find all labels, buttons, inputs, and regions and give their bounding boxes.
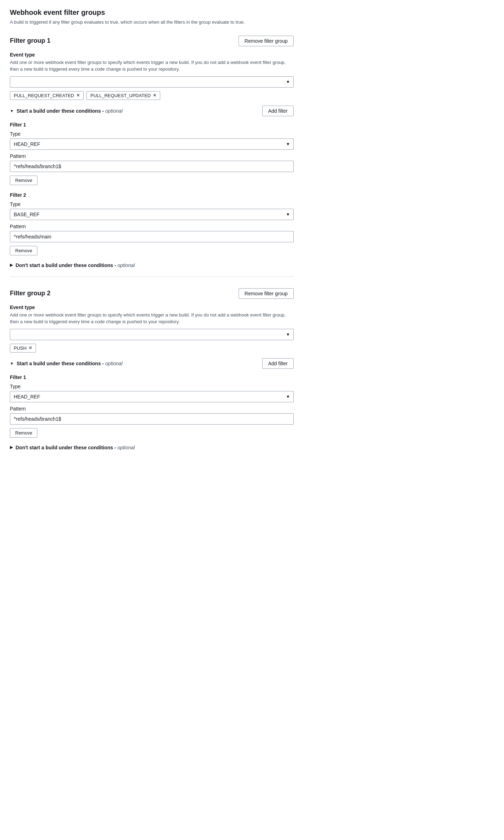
filter-group-2-start-conditions-arrow-icon: ▼: [10, 361, 14, 366]
filter-group-2-filter-1-type-label: Type: [10, 384, 294, 389]
filter-group-2-dont-start-conditions-optional: optional: [118, 445, 135, 450]
filter-group-2-start-conditions-optional: optional: [105, 361, 122, 366]
filter-group-2-filter-1: Filter 1TypeHEAD_REF▼PatternRemove: [10, 374, 294, 438]
filter-group-1-filter-2-type-dropdown-wrapper: BASE_REF▼: [10, 209, 294, 220]
filter-group-1-filter-2-pattern-label: Pattern: [10, 224, 294, 229]
remove-filter-group-1-button[interactable]: Remove filter group: [239, 36, 294, 46]
filter-groups-container: Filter group 1Remove filter groupEvent t…: [10, 36, 294, 450]
filter-group-1-tag-1: PULL_REQUEST_CREATED✕: [10, 91, 84, 100]
filter-group-1-filter-1-remove-button[interactable]: Remove: [10, 176, 37, 185]
filter-group-1-dont-start-conditions-optional: optional: [118, 262, 135, 268]
filter-group-1-tag-2-text: PULL_REQUEST_UPDATED: [90, 93, 151, 98]
filter-group-1-start-conditions-optional: optional: [105, 108, 122, 114]
filter-group-1-title: Filter group 1: [10, 37, 50, 45]
filter-group-1-filter-2-type-label: Type: [10, 201, 294, 207]
filter-group-1-tag-1-remove-icon[interactable]: ✕: [76, 93, 80, 97]
remove-filter-group-2-button[interactable]: Remove filter group: [239, 288, 294, 299]
filter-group-2-filter-1-type-select[interactable]: HEAD_REF: [10, 391, 294, 402]
filter-group-2-filter-1-type-dropdown-wrapper: HEAD_REF▼: [10, 391, 294, 402]
filter-group-2: Filter group 2Remove filter groupEvent t…: [10, 288, 294, 450]
filter-group-2-start-conditions-toggle[interactable]: ▼Start a build under these conditions - …: [10, 361, 122, 366]
filter-group-1-filter-2-type-select[interactable]: BASE_REF: [10, 209, 294, 220]
filter-group-2-header: Filter group 2Remove filter group: [10, 288, 294, 299]
filter-group-1-start-conditions-arrow-icon: ▼: [10, 109, 14, 113]
page-title: Webhook event filter groups: [10, 8, 294, 17]
filter-group-1-event-type-dropdown[interactable]: [10, 76, 294, 88]
filter-group-1-event-type-section: Event typeAdd one or more webhook event …: [10, 52, 294, 100]
filter-group-2-start-conditions-header-row: ▼Start a build under these conditions - …: [10, 358, 294, 369]
filter-group-2-filter-1-remove-button[interactable]: Remove: [10, 428, 37, 438]
filter-group-1-start-conditions-header-row: ▼Start a build under these conditions - …: [10, 106, 294, 116]
filter-group-1-dont-start-conditions-toggle[interactable]: ▶Don't start a build under these conditi…: [10, 262, 294, 268]
filter-group-1-filter-2-title: Filter 2: [10, 192, 294, 198]
filter-group-1-filter-1-pattern-label: Pattern: [10, 153, 294, 159]
filter-group-1-event-type-description: Add one or more webhook event filter gro…: [10, 59, 294, 73]
filter-group-2-title: Filter group 2: [10, 290, 50, 297]
filter-group-2-dont-start-conditions-section: ▶Don't start a build under these conditi…: [10, 445, 294, 450]
filter-group-2-event-type-dropdown-wrapper: ▼: [10, 329, 294, 340]
filter-group-2-event-type-dropdown[interactable]: [10, 329, 294, 340]
filter-group-1-header: Filter group 1Remove filter group: [10, 36, 294, 46]
filter-group-2-add-filter-button[interactable]: Add filter: [262, 358, 294, 369]
filter-group-1-filter-1-type-select[interactable]: HEAD_REF: [10, 138, 294, 150]
filter-group-1-filter-1-type-label: Type: [10, 131, 294, 137]
filter-group-1-tag-1-text: PULL_REQUEST_CREATED: [14, 93, 74, 98]
filter-group-2-start-conditions-label: Start a build under these conditions - o…: [17, 361, 122, 366]
filter-group-1-tags-container: PULL_REQUEST_CREATED✕PULL_REQUEST_UPDATE…: [10, 91, 294, 100]
filter-group-1-filter-1-type-dropdown-wrapper: HEAD_REF▼: [10, 138, 294, 150]
filter-group-1-dont-start-conditions-arrow-icon: ▶: [10, 263, 13, 267]
filter-group-1-start-conditions-label: Start a build under these conditions - o…: [17, 108, 122, 114]
filter-group-1-add-filter-button[interactable]: Add filter: [262, 106, 294, 116]
filter-group-1-tag-2-remove-icon[interactable]: ✕: [153, 93, 156, 97]
filter-group-1-filter-2-remove-button[interactable]: Remove: [10, 246, 37, 255]
filter-group-2-dont-start-conditions-arrow-icon: ▶: [10, 445, 13, 450]
filter-group-2-tag-1-text: PUSH: [14, 345, 26, 351]
filter-group-1-event-type-label: Event type: [10, 52, 294, 58]
filter-group-1-dont-start-conditions-label: Don't start a build under these conditio…: [16, 262, 135, 268]
filter-group-1: Filter group 1Remove filter groupEvent t…: [10, 36, 294, 277]
filter-group-2-filter-1-pattern-label: Pattern: [10, 406, 294, 412]
filter-group-2-event-type-section: Event typeAdd one or more webhook event …: [10, 304, 294, 353]
page-subtitle: A build is triggered if any filter group…: [10, 19, 294, 26]
filter-group-2-dont-start-conditions-toggle[interactable]: ▶Don't start a build under these conditi…: [10, 445, 294, 450]
filter-group-2-tags-container: PUSH✕: [10, 344, 294, 353]
filter-group-2-start-conditions-section: ▼Start a build under these conditions - …: [10, 358, 294, 438]
filter-group-1-start-conditions-toggle[interactable]: ▼Start a build under these conditions - …: [10, 108, 122, 114]
filter-group-divider-1: [10, 277, 294, 277]
filter-group-2-tag-1: PUSH✕: [10, 344, 36, 353]
filter-group-2-filter-1-title: Filter 1: [10, 374, 294, 380]
filter-group-1-tag-2: PULL_REQUEST_UPDATED✕: [86, 91, 160, 100]
filter-group-2-event-type-description: Add one or more webhook event filter gro…: [10, 312, 294, 325]
filter-group-1-start-conditions-section: ▼Start a build under these conditions - …: [10, 106, 294, 255]
filter-group-2-event-type-label: Event type: [10, 304, 294, 310]
filter-group-1-dont-start-conditions-section: ▶Don't start a build under these conditi…: [10, 262, 294, 268]
filter-group-1-filter-1-title: Filter 1: [10, 122, 294, 128]
filter-group-1-filter-2-pattern-input[interactable]: [10, 231, 294, 242]
filter-group-1-filter-1: Filter 1TypeHEAD_REF▼PatternRemove: [10, 122, 294, 185]
filter-group-1-event-type-dropdown-wrapper: ▼: [10, 76, 294, 88]
filter-group-1-filter-1-pattern-input[interactable]: [10, 161, 294, 172]
filter-group-2-dont-start-conditions-label: Don't start a build under these conditio…: [16, 445, 135, 450]
filter-group-2-tag-1-remove-icon[interactable]: ✕: [29, 346, 32, 350]
filter-group-2-filter-1-pattern-input[interactable]: [10, 413, 294, 425]
filter-group-1-filter-2: Filter 2TypeBASE_REF▼PatternRemove: [10, 192, 294, 255]
